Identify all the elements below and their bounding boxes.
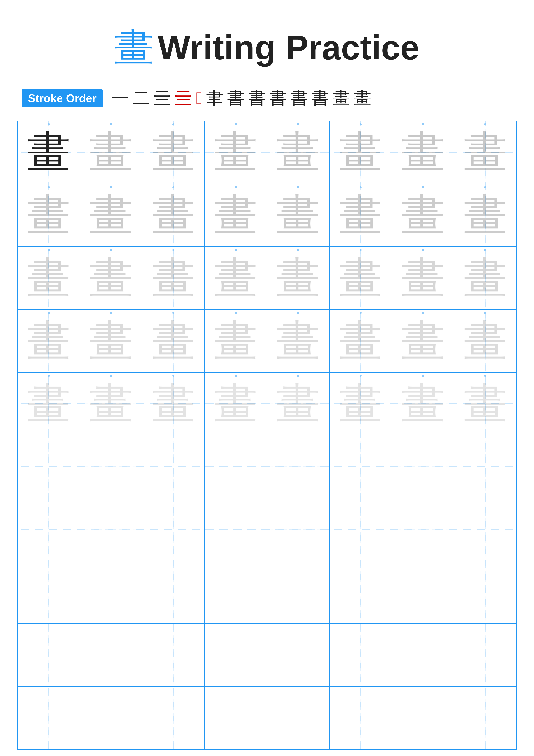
grid-cell: 畫 (205, 247, 267, 309)
grid-cell (18, 624, 80, 687)
grid-cell: 畫 (142, 373, 205, 435)
stroke-6: 聿 (206, 87, 223, 110)
stroke-2: ⼆ (133, 87, 150, 110)
grid-cell: 畫 (18, 310, 80, 372)
stroke-12: 畫 (333, 87, 350, 110)
grid-row (18, 561, 516, 624)
grid-cell (392, 624, 454, 687)
grid-cell (80, 561, 142, 623)
grid-cell: 畫 (80, 247, 142, 309)
grid-cell (267, 435, 330, 498)
grid-cell: 畫 (330, 121, 392, 184)
grid-cell: 畫 (205, 310, 267, 372)
grid-row: 畫畫畫畫畫畫畫畫 (18, 121, 516, 184)
grid-cell (392, 498, 454, 561)
stroke-3: 亖 (154, 87, 171, 110)
grid-row (18, 624, 516, 687)
grid-cell: 畫 (80, 310, 142, 372)
grid-cell (330, 561, 392, 623)
grid-cell (80, 498, 142, 561)
grid-cell (142, 687, 205, 749)
grid-cell (454, 498, 516, 561)
grid-cell: 畫 (267, 373, 330, 435)
page: 畫 Writing Practice Stroke Order ⼀ ⼆ 亖 亖 … (0, 0, 534, 756)
grid-cell (330, 498, 392, 561)
grid-cell: 畫 (142, 310, 205, 372)
grid-row: 畫畫畫畫畫畫畫畫 (18, 310, 516, 373)
grid-row (18, 687, 516, 749)
grid-cell: 畫 (392, 184, 454, 247)
stroke-4: 亖 (175, 87, 192, 110)
grid-cell: 畫 (392, 247, 454, 309)
grid-row (18, 498, 516, 561)
grid-cell: 畫 (392, 373, 454, 435)
grid-cell (18, 561, 80, 623)
stroke-10: 書 (291, 87, 308, 110)
grid-cell (18, 687, 80, 749)
stroke-5: 𠃊 (196, 89, 202, 108)
grid-cell (330, 624, 392, 687)
grid-cell (267, 498, 330, 561)
grid-cell: 畫 (80, 373, 142, 435)
grid-cell (205, 687, 267, 749)
grid-cell (454, 435, 516, 498)
stroke-order-badge: Stroke Order (21, 89, 103, 107)
grid-cell (142, 498, 205, 561)
grid-cell (142, 435, 205, 498)
grid-cell: 畫 (18, 184, 80, 247)
grid-cell (205, 561, 267, 623)
grid-cell (205, 498, 267, 561)
grid-cell: 畫 (267, 184, 330, 247)
grid-row: 畫畫畫畫畫畫畫畫 (18, 247, 516, 310)
grid-cell (18, 498, 80, 561)
stroke-7: 書 (227, 87, 244, 110)
grid-cell (267, 687, 330, 749)
grid-cell (80, 687, 142, 749)
stroke-11: 書 (312, 87, 329, 110)
grid-cell (454, 624, 516, 687)
grid-cell: 畫 (454, 184, 516, 247)
stroke-9: 書 (269, 87, 287, 110)
grid-cell: 畫 (18, 247, 80, 309)
grid-cell: 畫 (392, 310, 454, 372)
grid-cell: 畫 (205, 121, 267, 184)
grid-cell (330, 435, 392, 498)
grid-cell: 畫 (142, 184, 205, 247)
grid-cell: 畫 (205, 373, 267, 435)
stroke-1: ⼀ (112, 87, 129, 110)
grid-cell (454, 687, 516, 749)
grid-cell (267, 624, 330, 687)
grid-cell: 畫 (454, 310, 516, 372)
grid-cell (330, 687, 392, 749)
grid-cell: 畫 (205, 184, 267, 247)
grid-cell: 畫 (18, 373, 80, 435)
stroke-13: 畫 (354, 87, 371, 110)
title-chinese-char: 畫 (114, 21, 153, 74)
grid-row: 畫畫畫畫畫畫畫畫 (18, 373, 516, 436)
stroke-sequence: ⼀ ⼆ 亖 亖 𠃊 聿 書 書 書 書 書 畫 畫 (112, 87, 371, 110)
stroke-order-row: Stroke Order ⼀ ⼆ 亖 亖 𠃊 聿 書 書 書 書 書 畫 畫 (17, 87, 517, 110)
grid-cell: 畫 (267, 121, 330, 184)
grid-cell: 畫 (454, 121, 516, 184)
grid-cell: 畫 (267, 247, 330, 309)
grid-cell: 畫 (267, 310, 330, 372)
grid-cell: 畫 (330, 310, 392, 372)
grid-cell (267, 561, 330, 623)
grid-cell (392, 435, 454, 498)
grid-cell (142, 561, 205, 623)
grid-cell: 畫 (392, 121, 454, 184)
stroke-8: 書 (248, 87, 266, 110)
grid-cell: 畫 (330, 247, 392, 309)
grid-cell (392, 561, 454, 623)
grid-cell (80, 435, 142, 498)
grid-cell: 畫 (330, 184, 392, 247)
page-title: Writing Practice (158, 28, 420, 68)
grid-cell (454, 561, 516, 623)
grid-cell: 畫 (454, 247, 516, 309)
grid-cell: 畫 (330, 373, 392, 435)
grid-row (18, 435, 516, 498)
grid-row: 畫畫畫畫畫畫畫畫 (18, 184, 516, 247)
title-area: 畫 Writing Practice (114, 21, 420, 74)
grid-cell: 畫 (142, 121, 205, 184)
grid-cell: 畫 (18, 121, 80, 184)
